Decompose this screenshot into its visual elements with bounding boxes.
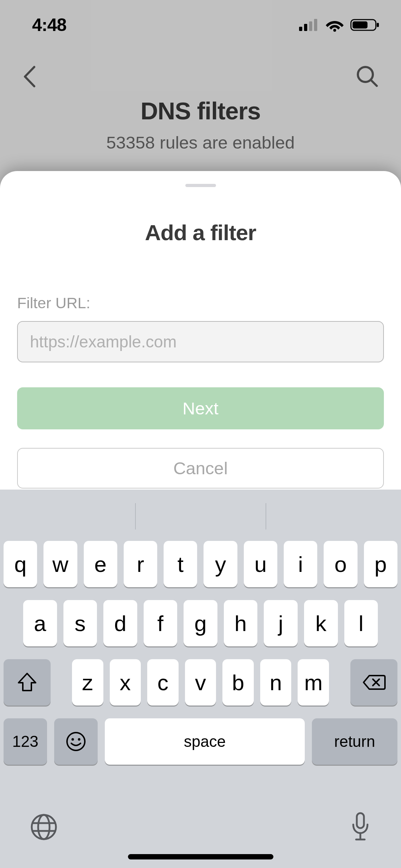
keyboard-row-2: a s d f g h j k l (4, 600, 397, 646)
svg-point-14 (78, 738, 81, 741)
key-s[interactable]: s (63, 600, 97, 646)
svg-point-16 (38, 815, 50, 839)
key-m[interactable]: m (298, 659, 329, 706)
backspace-icon (361, 673, 386, 691)
key-e[interactable]: e (84, 541, 117, 587)
key-g[interactable]: g (184, 600, 217, 646)
svg-point-15 (32, 815, 56, 839)
filter-url-input[interactable] (17, 321, 384, 362)
key-p[interactable]: p (364, 541, 397, 587)
suggestion-slot[interactable] (136, 497, 266, 535)
key-x[interactable]: x (110, 659, 141, 706)
emoji-icon (66, 731, 86, 752)
keyboard: q w e r t y u i o p a s d f g h j k l (0, 490, 401, 868)
key-shift[interactable] (4, 659, 51, 706)
cancel-button[interactable]: Cancel (17, 448, 384, 489)
key-z[interactable]: z (72, 659, 103, 706)
key-emoji[interactable] (54, 718, 98, 765)
key-numbers[interactable]: 123 (4, 718, 47, 765)
keyboard-row-1: q w e r t y u i o p (4, 541, 397, 587)
key-k[interactable]: k (304, 600, 338, 646)
svg-point-12 (67, 733, 85, 750)
key-w[interactable]: w (43, 541, 77, 587)
key-return[interactable]: return (312, 718, 397, 765)
keyboard-toolbar (0, 804, 401, 850)
key-i[interactable]: i (284, 541, 317, 587)
key-l[interactable]: l (344, 600, 378, 646)
key-a[interactable]: a (23, 600, 57, 646)
key-r[interactable]: r (124, 541, 157, 587)
key-b[interactable]: b (222, 659, 254, 706)
dictation-button[interactable] (349, 811, 372, 843)
keyboard-row-3: z x c v b n m (4, 659, 397, 706)
svg-point-13 (72, 738, 74, 741)
key-h[interactable]: h (224, 600, 258, 646)
key-u[interactable]: u (244, 541, 277, 587)
sheet-title: Add a filter (17, 220, 384, 245)
filter-url-label: Filter URL: (17, 294, 384, 312)
key-t[interactable]: t (164, 541, 197, 587)
shift-icon (16, 672, 38, 693)
globe-button[interactable] (29, 812, 58, 842)
key-c[interactable]: c (147, 659, 179, 706)
key-j[interactable]: j (264, 600, 298, 646)
key-q[interactable]: q (4, 541, 37, 587)
key-o[interactable]: o (324, 541, 357, 587)
key-d[interactable]: d (103, 600, 137, 646)
keyboard-suggestion-bar (0, 497, 401, 535)
next-button[interactable]: Next (17, 387, 384, 429)
key-space[interactable]: space (105, 718, 305, 765)
sheet-grabber[interactable] (185, 184, 216, 187)
home-indicator[interactable] (128, 854, 273, 859)
key-v[interactable]: v (185, 659, 216, 706)
key-y[interactable]: y (204, 541, 237, 587)
svg-rect-19 (357, 813, 364, 828)
key-backspace[interactable] (350, 659, 397, 706)
suggestion-slot[interactable] (266, 497, 396, 535)
key-n[interactable]: n (260, 659, 292, 706)
key-f[interactable]: f (144, 600, 178, 646)
keyboard-row-4: 123 space return (4, 718, 397, 765)
suggestion-slot[interactable] (5, 497, 135, 535)
